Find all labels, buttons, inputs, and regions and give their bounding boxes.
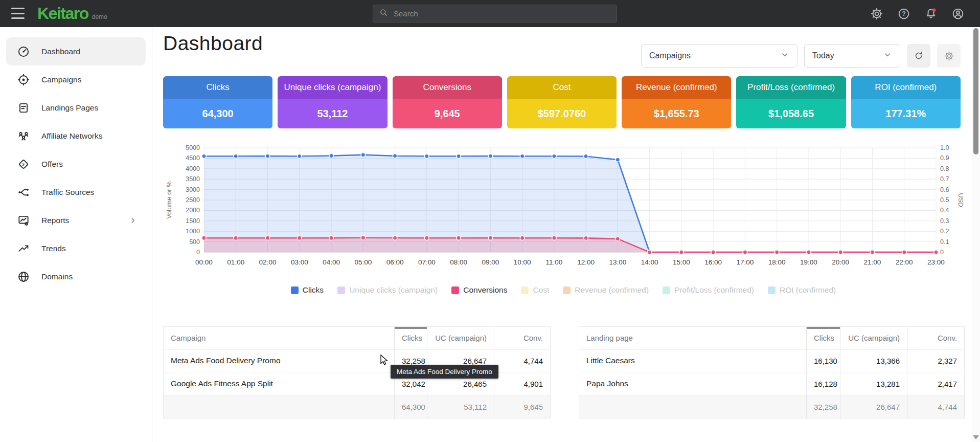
- row-value-cell: 16,130: [807, 349, 840, 372]
- sidebar-item-offers[interactable]: SOffers: [6, 150, 146, 178]
- column-header-uc-campaign[interactable]: UC (campaign): [427, 327, 494, 349]
- column-header-conv[interactable]: Conv.: [907, 327, 965, 349]
- sidebar-item-trends[interactable]: Trends: [6, 234, 146, 262]
- globe-icon: [17, 270, 30, 283]
- legend-item-unique-clicks-campaign[interactable]: Unique clicks (campaign): [337, 285, 438, 295]
- legend-item-profit-loss-confirmed[interactable]: Profit/Loss (confirmed): [663, 285, 754, 295]
- legend-label: Unique clicks (campaign): [349, 285, 438, 295]
- help-icon[interactable]: ?: [897, 7, 910, 20]
- svg-text:4000: 4000: [186, 165, 200, 172]
- sidebar-item-label: Affiliate Networks: [41, 131, 102, 141]
- column-header-conv[interactable]: Conv.: [494, 327, 551, 349]
- row-name-cell[interactable]: Meta Ads Food Delivery Promo: [164, 349, 395, 372]
- svg-text:09:00: 09:00: [482, 258, 499, 266]
- sidebar-item-affiliate-networks[interactable]: Affiliate Networks: [6, 122, 146, 150]
- dashboard-settings-button[interactable]: [937, 44, 961, 68]
- column-header-clicks[interactable]: Clicks: [395, 327, 427, 349]
- row-value-cell: 2,417: [907, 372, 965, 395]
- table-row[interactable]: Papa Johns16,12813,2812,417: [579, 372, 965, 395]
- bell-icon[interactable]: [924, 7, 938, 20]
- svg-text:0.5: 0.5: [940, 196, 949, 204]
- svg-text:06:00: 06:00: [386, 258, 404, 266]
- legend-item-clicks[interactable]: Clicks: [291, 285, 324, 295]
- svg-text:07:00: 07:00: [418, 258, 436, 266]
- metric-card-revenue-confirmed[interactable]: Revenue (confirmed)$1,655.73: [622, 76, 731, 128]
- scrollbar-down-arrow[interactable]: [973, 435, 979, 439]
- metric-card-value: $1,058.65: [736, 99, 846, 128]
- sidebar-item-label: Dashboard: [41, 47, 80, 56]
- sidebar-item-domains[interactable]: Domains: [6, 262, 146, 291]
- metric-card-unique-clicks-campaign[interactable]: Unique clicks (campaign)53,112: [278, 76, 387, 128]
- traffic-chart[interactable]: 005000.110000.215000.320000.425000.53000…: [163, 143, 964, 272]
- svg-text:22:00: 22:00: [896, 258, 913, 266]
- sidebar-item-label: Trends: [41, 244, 66, 253]
- svg-text:3500: 3500: [186, 175, 200, 183]
- search-input[interactable]: [394, 9, 611, 18]
- summary-tables: CampaignClicksUC (campaign)Conv.Meta Ads…: [163, 326, 965, 418]
- totals-row: 32,25826,6474,744: [579, 395, 965, 418]
- svg-text:02:00: 02:00: [259, 258, 277, 266]
- svg-text:0.6: 0.6: [940, 186, 949, 193]
- search-box[interactable]: [373, 5, 617, 23]
- column-header-campaign[interactable]: Campaign: [164, 327, 395, 349]
- legend-item-roi-confirmed[interactable]: ROI (confirmed): [768, 285, 836, 295]
- row-value-cell: 16,128: [807, 372, 840, 395]
- metric-card-cost[interactable]: Cost$597.0760: [507, 76, 617, 128]
- legend-swatch: [663, 286, 670, 294]
- sidebar: DashboardCampaignsLandings PagesAffiliat…: [0, 27, 152, 442]
- svg-text:2500: 2500: [186, 196, 200, 204]
- svg-text:11:00: 11:00: [545, 258, 562, 266]
- totals-empty-cell: [579, 395, 807, 418]
- metric-card-label: Unique clicks (campaign): [278, 76, 387, 99]
- svg-text:0.3: 0.3: [940, 217, 949, 225]
- metric-card-value: 9,645: [393, 99, 502, 128]
- scrollbar-thumb[interactable]: [973, 28, 978, 154]
- refresh-button[interactable]: [907, 44, 930, 68]
- metric-card-profit-loss-confirmed[interactable]: Profit/Loss (confirmed)$1,058.65: [736, 76, 846, 128]
- page-icon: [17, 101, 30, 115]
- legend-item-conversions[interactable]: Conversions: [451, 285, 507, 295]
- trend-icon: [17, 242, 30, 255]
- sidebar-item-campaigns[interactable]: Campaigns: [6, 65, 146, 94]
- svg-text:01:00: 01:00: [227, 258, 244, 266]
- search-icon: [379, 8, 389, 19]
- metric-card-conversions[interactable]: Conversions9,645: [393, 76, 502, 128]
- svg-text:0: 0: [196, 249, 200, 256]
- entity-filter-value: Campaigns: [649, 51, 691, 60]
- table-row[interactable]: Little Caesars16,13013,3662,327: [579, 349, 965, 372]
- date-range-select[interactable]: Today: [804, 44, 900, 68]
- row-name-cell[interactable]: Little Caesars: [579, 349, 807, 372]
- metric-card-label: Revenue (confirmed): [622, 76, 731, 99]
- sidebar-item-reports[interactable]: Reports: [6, 206, 146, 234]
- legend-label: Cost: [533, 285, 549, 295]
- svg-text:1.0: 1.0: [940, 144, 949, 151]
- row-value-cell: 4,901: [494, 372, 551, 395]
- row-value-cell: 13,366: [840, 349, 907, 372]
- svg-text:0.1: 0.1: [940, 238, 949, 246]
- sidebar-item-dashboard[interactable]: Dashboard: [6, 37, 146, 65]
- svg-text:08:00: 08:00: [450, 258, 467, 266]
- row-name-cell[interactable]: Papa Johns: [579, 372, 807, 395]
- app-logo[interactable]: Keitaro demo: [37, 4, 107, 23]
- sidebar-item-landings-pages[interactable]: Landings Pages: [6, 94, 146, 122]
- metric-card-roi-confirmed[interactable]: ROI (confirmed)177.31%: [851, 76, 961, 128]
- metric-cards: Clicks64,300Unique clicks (campaign)53,1…: [163, 76, 961, 128]
- column-header-landing-page[interactable]: Landing page: [579, 327, 807, 349]
- svg-text:12:00: 12:00: [577, 258, 595, 266]
- chevron-right-icon: [127, 215, 139, 226]
- legend-item-revenue-confirmed[interactable]: Revenue (confirmed): [563, 285, 649, 295]
- user-icon[interactable]: [951, 7, 965, 20]
- column-header-clicks[interactable]: Clicks: [807, 327, 840, 349]
- metric-card-clicks[interactable]: Clicks64,300: [163, 76, 272, 128]
- totals-empty-cell: [164, 395, 395, 418]
- svg-text:0.4: 0.4: [940, 207, 949, 214]
- sidebar-item-traffic-sources[interactable]: Traffic Sources: [6, 178, 146, 206]
- legend-item-cost[interactable]: Cost: [521, 285, 549, 295]
- entity-filter-select[interactable]: Campaigns: [641, 44, 797, 68]
- row-name-cell[interactable]: Google Ads Fitness App Split: [164, 372, 395, 395]
- vertical-scrollbar[interactable]: [972, 27, 980, 442]
- metric-card-label: Profit/Loss (confirmed): [736, 76, 846, 99]
- gear-icon[interactable]: [870, 7, 883, 20]
- menu-button[interactable]: [11, 8, 25, 19]
- column-header-uc-campaign[interactable]: UC (campaign): [840, 327, 907, 349]
